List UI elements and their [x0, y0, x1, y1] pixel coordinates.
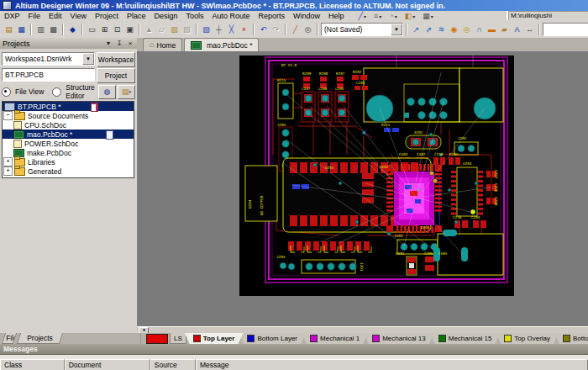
pencil-tool-button[interactable]: ╱: [289, 24, 302, 36]
navigator-button[interactable]: ◍: [98, 85, 116, 99]
workspace-combo[interactable]: Workspace1.DsnWrk ▼: [2, 52, 95, 66]
place-string-button[interactable]: A: [511, 24, 523, 36]
messages-column-class[interactable]: Class: [0, 359, 65, 370]
menu-dxp[interactable]: DXP: [0, 12, 24, 20]
tree-item-bt-prjpcb[interactable]: BT.PRJPCB *: [3, 102, 134, 111]
move-button[interactable]: ┼: [213, 24, 225, 36]
layer-tab-mechanical-15[interactable]: Mechanical 15: [430, 333, 501, 344]
doc-tab-label: Home: [156, 41, 176, 50]
redo-button[interactable]: ↷: [270, 24, 282, 36]
pcb-canvas[interactable]: BT V1.0R215J205R209R208R207R202L207L206L…: [137, 51, 588, 326]
open-button[interactable]: ▤: [3, 24, 15, 36]
panel-pin-icon[interactable]: ↧: [115, 40, 123, 47]
panel-close-icon[interactable]: ×: [126, 40, 134, 47]
save-button[interactable]: ▦: [15, 24, 28, 36]
clear-filter-button[interactable]: ×: [238, 24, 250, 36]
paste-button[interactable]: ▧: [181, 24, 193, 36]
zoom-window-button[interactable]: ▭: [86, 24, 98, 36]
interactive-route-button[interactable]: ↗: [410, 24, 423, 36]
zoom-area-button[interactable]: ⊡: [111, 24, 123, 36]
doc-tab-home[interactable]: ⌂Home: [143, 38, 182, 51]
collapse-icon[interactable]: −: [3, 111, 13, 120]
tree-item-mao-pcbdoc[interactable]: mao.PcbDoc *: [3, 130, 134, 139]
menu-tools[interactable]: Tools: [181, 12, 207, 20]
menu-auto-route[interactable]: Auto Route: [207, 12, 254, 20]
place-dimension-button[interactable]: ↔: [523, 24, 536, 36]
find-similar-button[interactable]: ◎: [302, 24, 314, 36]
multi-route-button[interactable]: ≋: [435, 24, 448, 36]
placement-tools-dropdown[interactable]: ◧▾: [403, 12, 417, 21]
project-combo[interactable]: BT.PRJPCB: [2, 68, 95, 82]
filter-button[interactable]: ▲: [143, 24, 155, 36]
tab-files[interactable]: Files: [2, 333, 17, 344]
tree-item-source-documents[interactable]: −Source Documents: [3, 111, 134, 120]
place-arc-button[interactable]: ∩: [473, 24, 486, 36]
current-layer-color-swatch[interactable]: [146, 334, 168, 344]
zoom-document-button[interactable]: ⊞: [98, 24, 111, 36]
menu-project[interactable]: Project: [91, 12, 123, 20]
panel-menu-icon[interactable]: ▾: [104, 40, 113, 47]
drawing-tools-dropdown[interactable]: ≡▾: [372, 12, 383, 21]
messages-column-document[interactable]: Document: [65, 359, 150, 370]
select-area-button[interactable]: ▧: [200, 24, 213, 36]
tree-item-libraries[interactable]: +Libraries: [3, 157, 134, 166]
menu-view[interactable]: View: [66, 12, 91, 20]
layer-tab-mechanical-13[interactable]: Mechanical 13: [364, 333, 434, 344]
tab-projects[interactable]: Projects: [17, 333, 63, 344]
footprint-combo[interactable]: ▼: [543, 23, 588, 36]
open-documents-button[interactable]: ▤▾: [118, 85, 135, 99]
layer-tab-mechanical-1[interactable]: Mechanical 1: [302, 333, 368, 344]
place-string-button-glyph: A: [514, 26, 519, 34]
place-polygon-button[interactable]: ▰: [498, 24, 511, 36]
menu-reports[interactable]: Reports: [255, 12, 290, 20]
doc-tab-mao-pcbdoc[interactable]: mao.PcbDoc *: [184, 38, 259, 51]
tree-item-generated[interactable]: +Generated: [3, 166, 134, 176]
expand-icon[interactable]: +: [3, 166, 13, 176]
layer-tab-top-layer[interactable]: Top Layer: [185, 333, 244, 344]
messages-panel-header[interactable]: Messages: [0, 344, 588, 354]
grid-tools-dropdown[interactable]: ▦▾: [421, 12, 435, 21]
tree-item-make-pcbdoc[interactable]: make.PcbDoc: [3, 148, 134, 157]
place-pad-button[interactable]: ◉: [448, 24, 460, 36]
wiring-tools-dropdown[interactable]: ╱▾: [357, 12, 368, 21]
menu-file[interactable]: File: [24, 12, 45, 20]
place-via-button[interactable]: ◎: [460, 24, 473, 36]
layer-tab-bottom-layer[interactable]: Bottom Layer: [239, 333, 306, 344]
browse-pcb-button[interactable]: ◆: [66, 24, 79, 36]
document-combo[interactable]: (Not Saved)▼: [321, 23, 403, 36]
messages-column-message[interactable]: Message: [196, 359, 588, 370]
messages-column-source[interactable]: Source: [150, 359, 196, 370]
place-fill-button[interactable]: ▬: [486, 24, 498, 36]
menu-edit[interactable]: Edit: [45, 12, 66, 20]
layer-set-tab[interactable]: LS: [170, 333, 186, 344]
tree-item-power-schdoc[interactable]: POWER.SchDoc: [3, 139, 134, 148]
print-preview-button[interactable]: ▩: [47, 24, 60, 36]
document-combo-arrow-icon[interactable]: ▼: [391, 24, 402, 35]
cut-button[interactable]: ▱: [155, 24, 168, 36]
path-box[interactable]: M:\ruilinqiushi: [507, 11, 588, 20]
expand-icon[interactable]: +: [3, 157, 13, 166]
cross-select-button[interactable]: ╳: [225, 24, 238, 36]
menu-place[interactable]: Place: [123, 12, 150, 20]
power-objects-dropdown[interactable]: ◔▾: [387, 12, 398, 21]
menu-window[interactable]: Window: [289, 12, 324, 20]
zoom-selected-button[interactable]: ▣: [123, 24, 136, 36]
layer-tab-bottom-overlay[interactable]: Bottom Overlay: [554, 333, 588, 344]
menu-help[interactable]: Help: [324, 12, 349, 20]
pcb-label-d401: D401: [421, 225, 430, 230]
file-view-radio[interactable]: [2, 87, 11, 97]
layer-tab-top-overlay[interactable]: Top Overlay: [496, 333, 559, 344]
menu-design[interactable]: Design: [150, 12, 181, 20]
title-bar[interactable]: Altium Designer Winter 09 - M:\ruilinqiu…: [0, 0, 588, 11]
tree-item-cpu-schdoc[interactable]: CPU.SchDoc: [3, 120, 134, 130]
workspace-combo-arrow-icon[interactable]: ▼: [82, 53, 94, 65]
copy-button[interactable]: ▨: [168, 24, 181, 36]
altium-designer-window: { "window": { "title": "Altium Designer …: [0, 0, 588, 370]
structure-editor-radio[interactable]: [52, 87, 61, 97]
project-button[interactable]: Project: [97, 68, 135, 83]
pcb-workspace[interactable]: BT V1.0R215J205R209R208R207R202L207L206L…: [239, 56, 514, 296]
differential-route-button[interactable]: ⇗: [423, 24, 435, 36]
print-button[interactable]: ▥: [34, 24, 47, 36]
undo-button[interactable]: ↶: [257, 24, 270, 36]
workspace-button[interactable]: Workspace: [97, 52, 135, 67]
